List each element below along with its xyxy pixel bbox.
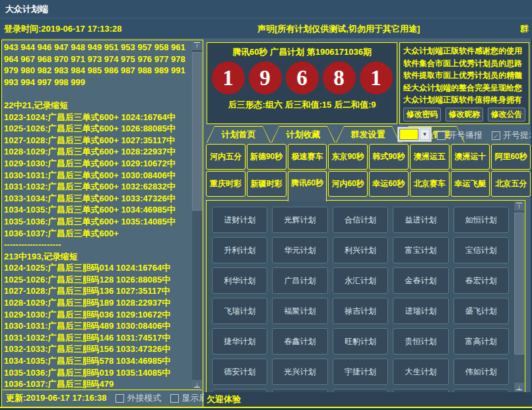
- plan-button[interactable]: 金春计划: [393, 267, 448, 294]
- window-edge: [0, 38, 1, 409]
- plan-button[interactable]: 贵恒计划: [393, 328, 448, 355]
- plan-button[interactable]: 春宏计划: [453, 267, 509, 294]
- plan-button[interactable]: 伟如计划: [453, 359, 509, 385]
- plan-log-line: 1031-1032:广昌后三胆码146 1031:74517中: [4, 332, 191, 344]
- scroll-bottom-icon[interactable]: ↓: [192, 379, 202, 389]
- plan-button[interactable]: 进瑞计划: [393, 298, 448, 324]
- plan-button[interactable]: 宇捷计划: [333, 359, 388, 385]
- plan-log-line: 1025-1026:广昌后三单式600+ 1026:88085中: [4, 123, 191, 135]
- promo-line: 经大众计划端的整合完美呈现给您: [403, 82, 525, 94]
- plan-button[interactable]: 如恒计划: [453, 207, 509, 233]
- draw-ball: 8: [323, 61, 356, 94]
- lottery-button[interactable]: 幸运60秒: [369, 171, 409, 197]
- plan-grid: 进财计划光辉计划合信计划益进计划如恒计划升利计划华元计划利兴计划富宝计划宝信计划…: [212, 207, 509, 385]
- lottery-button[interactable]: 阿里60秒: [491, 144, 531, 170]
- plan-button[interactable]: 盛飞计划: [453, 298, 509, 324]
- left-scrollbar[interactable]: ↑ ↓: [192, 41, 202, 389]
- plan-log-line: 1030-1031:广昌后三单式600+ 1030:08406中: [4, 170, 191, 182]
- lottery-button[interactable]: 东京90秒: [328, 144, 368, 170]
- tab[interactable]: 计划收藏: [271, 126, 335, 143]
- lottery-button[interactable]: 河内60秒: [328, 171, 368, 197]
- plan-button[interactable]: 大生计划: [393, 359, 448, 385]
- modify-button[interactable]: 修改公告: [488, 108, 525, 121]
- plan-button[interactable]: 捷华计划: [212, 328, 267, 355]
- checkbox-box[interactable]: ✓: [437, 131, 446, 140]
- plan-log-line: 213中193,记录缩短: [4, 251, 191, 263]
- checkbox[interactable]: ✓ 开号播报: [437, 129, 482, 141]
- plan-button[interactable]: 春鑫计划: [272, 328, 327, 355]
- scroll-top-icon[interactable]: ↑: [514, 201, 524, 211]
- plan-button[interactable]: 禄吉计划: [333, 298, 388, 324]
- welcome-text: 欠迎体验: [204, 393, 241, 405]
- plan-button[interactable]: 飞瑞计划: [212, 298, 267, 324]
- plan-button[interactable]: 广昌计划: [272, 267, 327, 294]
- modify-button[interactable]: 修改密码: [403, 108, 441, 121]
- plan-button[interactable]: 升利计划: [212, 237, 267, 263]
- plan-button[interactable]: 利华计划: [212, 267, 267, 294]
- modify-button[interactable]: 修改昵称: [446, 108, 483, 121]
- lottery-button[interactable]: 极速赛车: [288, 144, 327, 170]
- checkbox[interactable]: ✓ 外接模式: [116, 392, 161, 404]
- scrollbar-thumb[interactable]: [514, 213, 524, 355]
- plan-log-line: --------------------: [4, 239, 191, 251]
- plan-log-line: 993 994 997 998 999: [4, 77, 191, 88]
- plan-log-line: 1033-1034:广昌后三单式600+ 1033:47326中: [4, 193, 191, 205]
- checkbox[interactable]: ✓ 开号提示: [492, 129, 532, 141]
- tab-label: 计划首页: [207, 126, 271, 143]
- lottery-button[interactable]: 北京赛车: [410, 171, 449, 197]
- plan-log-line: 1035-1036:广昌后三单式600+ 1035:14085中: [4, 216, 191, 228]
- plan-log-text: 943 944 946 947 948 949 951 953 957 958 …: [4, 42, 191, 389]
- plan-button[interactable]: 光辉计划: [272, 207, 327, 233]
- plan-button[interactable]: 福聚计划: [272, 298, 327, 324]
- plan-button[interactable]: 光兴计划: [272, 359, 327, 385]
- plan-button[interactable]: 永汇计划: [333, 267, 388, 294]
- scroll-bottom-icon[interactable]: ↓: [514, 382, 524, 392]
- lottery-button[interactable]: 澳洲运十: [451, 144, 490, 170]
- lottery-button[interactable]: 腾讯60秒: [288, 171, 327, 201]
- lottery-button[interactable]: 河内五分: [206, 144, 246, 170]
- lottery-button[interactable]: 澳洲运五: [410, 144, 449, 170]
- checkbox-box[interactable]: ✓: [492, 131, 500, 140]
- plans-scrollbar[interactable]: ↑ ↓: [514, 201, 524, 392]
- tab[interactable]: 计划首页: [207, 126, 271, 143]
- draw-result-panel: 腾讯60秒 广昌计划 第1906171036期 19681 后三形态:组六 后三…: [207, 42, 397, 124]
- lottery-button[interactable]: 新疆时彩: [247, 171, 286, 197]
- plan-button[interactable]: 进财计划: [212, 207, 267, 233]
- lottery-button[interactable]: 韩式90秒: [369, 144, 409, 170]
- plan-button[interactable]: 利兴计划: [333, 237, 388, 263]
- scroll-top-icon[interactable]: ↑: [192, 41, 202, 51]
- plan-log-line: 1027-1028:广昌后三胆码136 1027:35117中: [4, 285, 191, 297]
- plan-button[interactable]: 合信计划: [333, 207, 388, 233]
- plan-button[interactable]: 宝信计划: [453, 237, 509, 263]
- bottom-status-bar: 欠迎体验: [204, 392, 532, 407]
- checkbox-label: 外接模式: [127, 392, 161, 404]
- scrollbar-thumb[interactable]: [192, 52, 202, 211]
- plan-button[interactable]: 德安计划: [212, 359, 267, 385]
- promo-line: 大众计划端正版软件感谢您的使用: [403, 45, 525, 57]
- plan-log-line: 1027-1028:广昌后三单式600+ 1027:35117中: [4, 135, 191, 147]
- plan-log-line: 1029-1030:广昌后三单式600+ 1029:10672中: [4, 158, 191, 170]
- tab[interactable]: 群发设置: [336, 126, 400, 143]
- plan-button[interactable]: 华元计划: [272, 237, 327, 263]
- lottery-button[interactable]: 新德90秒: [247, 144, 286, 170]
- lottery-button[interactable]: 重庆时彩: [206, 171, 246, 197]
- tab-label: 群发设置: [336, 126, 400, 143]
- plan-button[interactable]: 益进计划: [393, 207, 448, 233]
- plan-log-line: 1031-1032:广昌后三单式600+ 1032:62832中: [4, 181, 191, 193]
- color-dropdown[interactable]: ▼: [397, 127, 432, 142]
- draw-summary: 后三形态:组六 后三和值:15 后二和值:9: [207, 99, 397, 111]
- draw-title: 腾讯60秒 广昌计划 第1906171036期: [207, 46, 397, 58]
- plan-log-line: 964 967 968 970 971 973 974 975 976 977 …: [4, 53, 191, 65]
- plan-button[interactable]: 旺豹计划: [333, 328, 388, 355]
- lottery-button[interactable]: 幸运飞艇: [451, 171, 490, 197]
- plan-button[interactable]: 富宝计划: [393, 237, 448, 263]
- left-status-bar: 更新:2019-06-17 17:16:38 ✓ 外接模式 ✓ 显示底部: [3, 390, 202, 406]
- title-bar[interactable]: 大众计划端: [0, 0, 532, 18]
- plan-log-line: 1030-1031:广昌后三胆码489 1030:08406中: [4, 320, 191, 332]
- lottery-button[interactable]: 北京五分: [491, 171, 531, 197]
- lottery-grid: 河内五分新德90秒极速赛车东京90秒韩式90秒澳洲运五澳洲运十阿里60秒重庆时彩…: [206, 144, 531, 197]
- plan-button[interactable]: 富高计划: [453, 328, 509, 355]
- checkbox-box[interactable]: ✓: [170, 394, 179, 403]
- checkbox-box[interactable]: ✓: [116, 394, 124, 403]
- plan-log-line: 1023-1024:广昌后三单式600+ 1024:16764中: [4, 112, 191, 123]
